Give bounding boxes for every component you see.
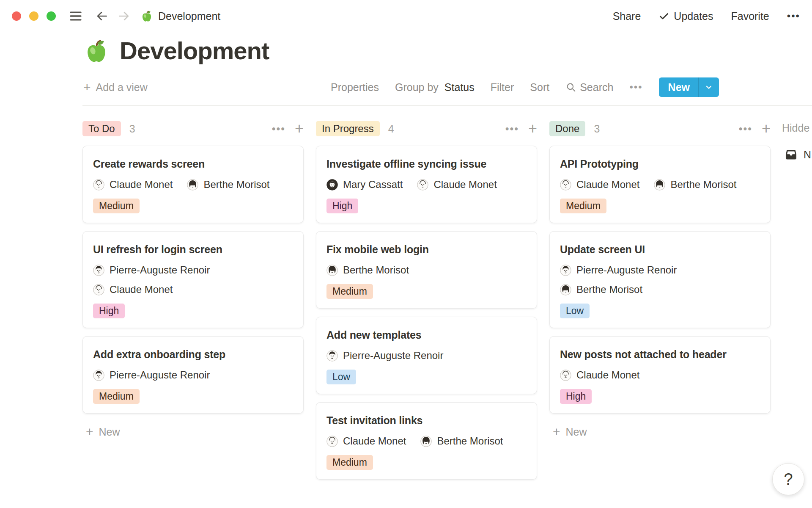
card-title: Fix mobile web login	[326, 243, 527, 256]
column-status-badge[interactable]: To Do	[82, 121, 121, 136]
breadcrumb[interactable]: Development	[140, 10, 220, 22]
new-button[interactable]: New	[659, 77, 719, 97]
kanban-card[interactable]: Add new templates Pierre-Auguste Renoir …	[316, 317, 537, 394]
card-priority-row: Low	[560, 304, 760, 318]
card-assignees: Claude Monet Berthe Morisot	[93, 179, 293, 190]
column-header: To Do 3 ••• +	[82, 120, 304, 137]
window-minimize-button[interactable]	[29, 11, 38, 21]
search-button[interactable]: Search	[565, 81, 613, 94]
plus-icon: +	[86, 425, 93, 438]
hidden-columns-label[interactable]: Hidden	[782, 122, 810, 134]
hidden-group-row[interactable]: N	[785, 148, 811, 161]
add-view-button[interactable]: + Add a view	[83, 81, 148, 94]
column-new-button[interactable]: + New	[549, 425, 771, 438]
avatar-man-dark-icon	[326, 350, 338, 362]
kanban-card[interactable]: Update screen UI Pierre-Auguste Renoir B…	[549, 231, 771, 328]
sort-button[interactable]: Sort	[530, 81, 549, 94]
assignee: Claude Monet	[326, 435, 406, 447]
back-button[interactable]	[95, 9, 109, 23]
window-more-button[interactable]: •••	[787, 10, 800, 22]
column-status-badge[interactable]: In Progress	[316, 121, 380, 136]
avatar-man-light-icon	[326, 436, 338, 447]
page-icon-green-apple[interactable]	[83, 38, 110, 64]
column-count: 3	[594, 123, 600, 135]
assignee: Pierre-Auguste Renoir	[93, 264, 210, 276]
assignee-name: Claude Monet	[343, 435, 406, 447]
board: Hidden N To Do 3 ••• + Create rewards sc…	[0, 120, 812, 488]
card-title: UI refresh for login screen	[93, 243, 293, 256]
forward-button[interactable]	[117, 9, 131, 23]
arrow-left-icon	[95, 9, 109, 23]
card-priority-row: High	[93, 304, 293, 318]
new-dropdown-button[interactable]	[698, 77, 719, 97]
window-zoom-button[interactable]	[47, 11, 56, 21]
kanban-card[interactable]: Test invitation links Claude Monet Berth…	[316, 402, 537, 480]
updates-button[interactable]: Updates	[658, 10, 713, 22]
assignee: Berthe Morisot	[560, 284, 642, 295]
column-more-icon[interactable]: •••	[739, 123, 752, 135]
kanban-card[interactable]: Investigate offline syncing issue Mary C…	[316, 146, 537, 223]
kanban-card[interactable]: Fix mobile web login Berthe Morisot Medi…	[316, 231, 537, 309]
column-add-card-icon[interactable]: +	[295, 121, 304, 136]
hidden-columns-rail[interactable]: Hidden	[782, 122, 810, 134]
toolbar-actions: Properties Group byStatus Filter Sort Se…	[331, 77, 719, 97]
assignee: Berthe Morisot	[326, 264, 409, 276]
column-add-card-icon[interactable]: +	[762, 121, 771, 136]
card-assignees: Pierre-Auguste Renoir Claude Monet	[93, 264, 293, 295]
avatar-woman-dark-icon	[326, 265, 338, 276]
window-close-button[interactable]	[12, 11, 21, 21]
priority-badge: High	[93, 304, 125, 318]
avatar-woman-dark-icon	[654, 179, 665, 190]
assignee-name: Berthe Morisot	[437, 435, 503, 447]
column-more-icon[interactable]: •••	[272, 123, 285, 135]
group-by-button[interactable]: Group byStatus	[395, 81, 475, 94]
help-button[interactable]: ?	[772, 463, 804, 495]
column-more-icon[interactable]: •••	[505, 123, 519, 135]
kanban-card[interactable]: New posts not attached to header Claude …	[549, 336, 771, 414]
avatar-woman-dark-icon	[420, 436, 432, 447]
kanban-card[interactable]: UI refresh for login screen Pierre-Augus…	[82, 231, 304, 328]
properties-button[interactable]: Properties	[331, 81, 379, 94]
assignee: Pierre-Auguste Renoir	[93, 369, 210, 381]
avatar-woman-dark-icon	[560, 284, 571, 295]
card-assignees: Mary Cassatt Claude Monet	[326, 179, 527, 190]
priority-badge: Low	[326, 370, 356, 384]
card-assignees: Pierre-Auguste Renoir Berthe Morisot	[560, 264, 760, 295]
avatar-man-light-icon	[93, 179, 104, 190]
assignee-name: Claude Monet	[110, 179, 173, 190]
page-header: Development	[0, 36, 812, 65]
toolbar-more-button[interactable]: •••	[629, 81, 642, 93]
column-new-button[interactable]: + New	[82, 425, 304, 438]
card-priority-row: High	[560, 389, 760, 404]
priority-badge: Medium	[93, 199, 140, 213]
kanban-card[interactable]: Add extra onboarding step Pierre-Auguste…	[82, 336, 304, 414]
kanban-card[interactable]: API Prototyping Claude Monet Berthe Mori…	[549, 146, 771, 223]
sidebar-menu-button[interactable]	[68, 8, 84, 24]
assignee-name: Berthe Morisot	[576, 284, 642, 295]
card-assignees: Claude Monet Berthe Morisot	[560, 179, 760, 190]
assignee-name: Claude Monet	[576, 369, 639, 381]
favorite-button[interactable]: Favorite	[731, 10, 769, 22]
card-assignees: Pierre-Auguste Renoir	[326, 350, 527, 362]
assignee-name: Berthe Morisot	[343, 264, 409, 276]
card-assignees: Pierre-Auguste Renoir	[93, 369, 293, 381]
column-in-progress: In Progress 4 ••• + Investigate offline …	[316, 120, 537, 488]
card-priority-row: Low	[326, 370, 527, 384]
card-priority-row: High	[326, 199, 527, 213]
page-title[interactable]: Development	[120, 36, 269, 65]
column-status-badge[interactable]: Done	[549, 121, 585, 136]
assignee: Pierre-Auguste Renoir	[560, 264, 677, 276]
breadcrumb-title: Development	[158, 10, 220, 22]
column-count: 4	[388, 123, 394, 135]
card-title: Add extra onboarding step	[93, 348, 293, 361]
history-nav	[95, 9, 131, 23]
plus-icon: +	[83, 81, 91, 94]
assignee: Claude Monet	[560, 369, 639, 381]
kanban-card[interactable]: Create rewards screen Claude Monet Berth…	[82, 146, 304, 223]
filter-button[interactable]: Filter	[491, 81, 514, 94]
column-add-card-icon[interactable]: +	[528, 121, 537, 136]
assignee-name: Berthe Morisot	[203, 179, 269, 190]
card-title: Investigate offline syncing issue	[326, 158, 527, 170]
priority-badge: Low	[560, 304, 590, 318]
share-button[interactable]: Share	[613, 10, 641, 22]
